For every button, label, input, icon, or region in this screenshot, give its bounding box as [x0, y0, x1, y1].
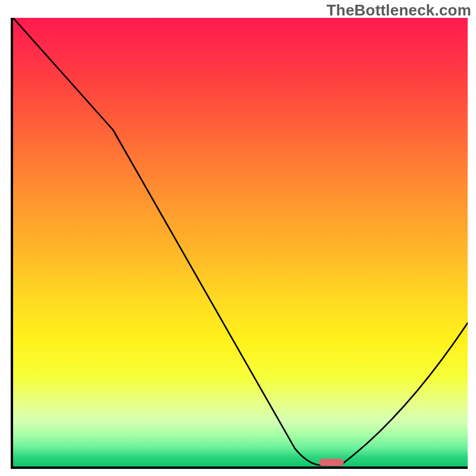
- bottleneck-curve-svg: [13, 18, 468, 466]
- chart-container: TheBottleneck.com: [0, 0, 476, 476]
- watermark-text: TheBottleneck.com: [327, 1, 471, 20]
- optimal-marker: [319, 459, 344, 466]
- bottleneck-curve-path: [13, 18, 468, 465]
- plot-area: [11, 18, 468, 469]
